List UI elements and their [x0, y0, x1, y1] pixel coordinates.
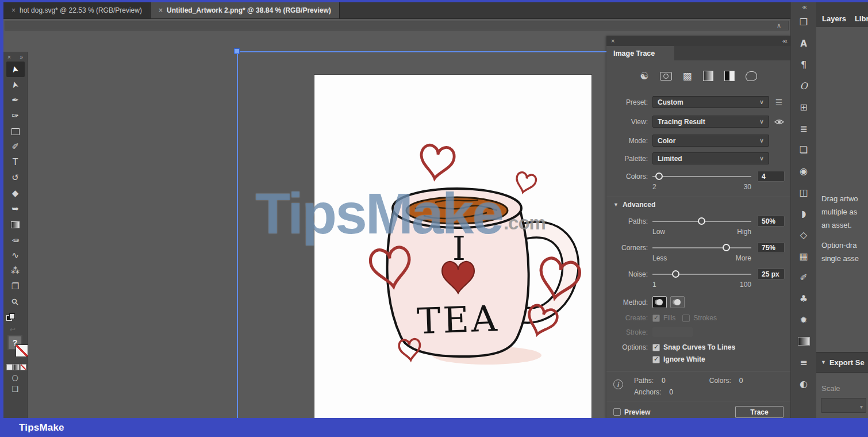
image-trace-tab[interactable]: Image Trace — [606, 46, 674, 60]
rotate-tool[interactable]: ↺ — [3, 170, 27, 186]
paragraph-panel-icon[interactable]: ¶ — [791, 54, 816, 75]
drawing-modes-icon[interactable]: ○ — [6, 373, 24, 382]
noise-slider[interactable] — [652, 269, 751, 279]
swap-fill-stroke-icon[interactable]: ↩ — [10, 325, 16, 334]
slider-knob[interactable] — [672, 270, 679, 278]
create-label: Create: — [612, 314, 648, 322]
stroke-value-stepper[interactable] — [652, 327, 693, 337]
tab-hot-dog[interactable]: × hot dog.svg* @ 22.53 % (RGB/Preview) — [3, 2, 151, 18]
selection-tool[interactable]: ➤ — [6, 62, 25, 77]
corners-slider[interactable] — [652, 243, 751, 253]
paintbrush-tool[interactable]: ✐ — [3, 139, 27, 155]
selection-anchor-point[interactable] — [234, 48, 240, 54]
curvature-tool[interactable]: ✑ — [3, 108, 27, 124]
black-white-icon[interactable] — [724, 71, 735, 81]
close-icon[interactable]: × — [7, 54, 11, 60]
colors-slider[interactable] — [652, 171, 751, 182]
zoom-tool[interactable]: ⚲ — [3, 294, 27, 310]
default-fill-stroke-icon[interactable] — [6, 313, 16, 321]
direct-selection-tool[interactable]: ➤ — [3, 77, 27, 93]
paths-label: Paths: — [612, 217, 648, 225]
transparency-panel-icon[interactable]: ◐ — [791, 373, 816, 394]
color-guide-panel-icon[interactable]: ◫ — [791, 182, 816, 203]
collapse-panels-icon[interactable]: «« — [791, 2, 816, 12]
artboard[interactable]: I TEA — [314, 75, 592, 418]
outline-icon[interactable] — [746, 71, 757, 81]
3d-panel-icon[interactable]: ◇ — [791, 224, 816, 246]
brand-text: TipsMake — [19, 422, 64, 434]
corners-value[interactable]: 75% — [757, 242, 785, 253]
strokes-checkbox[interactable] — [682, 315, 690, 322]
palette-dropdown[interactable]: Limited ∨ — [652, 152, 769, 164]
tab-libraries[interactable]: Libra — [855, 14, 868, 23]
stroke-none-swatch[interactable] — [16, 344, 28, 357]
stroke-panel-icon[interactable]: ≡ — [791, 352, 816, 373]
method-abutting-button[interactable] — [652, 296, 667, 308]
chevron-up-icon[interactable]: ∧ — [777, 22, 781, 29]
export-settings-header[interactable]: ▼ Export Se — [816, 352, 868, 373]
preset-dropdown[interactable]: Custom ∨ — [652, 96, 769, 108]
noise-value[interactable]: 25 px — [757, 269, 785, 279]
eraser-tool[interactable]: ◆ — [3, 186, 27, 201]
brushes-panel-icon[interactable]: ✐ — [791, 267, 816, 288]
color-button[interactable] — [6, 364, 13, 370]
appearance-panel-icon[interactable]: ✹ — [791, 309, 816, 331]
colors-value[interactable]: 4 — [757, 171, 785, 182]
character-panel-icon[interactable]: A — [791, 33, 816, 54]
mode-dropdown[interactable]: Color ∨ — [652, 135, 769, 147]
grayscale-icon[interactable] — [703, 71, 713, 81]
close-icon[interactable]: × — [611, 37, 614, 44]
pen-tool[interactable]: ✒ — [3, 93, 27, 108]
artboards-panel-icon[interactable]: ❐ — [791, 12, 816, 33]
scale-dropdown[interactable]: ▾ — [821, 398, 866, 413]
noise-label: Noise: — [612, 270, 648, 278]
gradient-swatch-icon[interactable] — [791, 331, 816, 352]
method-overlapping-button[interactable] — [670, 296, 685, 308]
artboard-tool[interactable]: ❐ — [3, 279, 27, 294]
close-icon[interactable]: × — [159, 6, 163, 14]
opentype-panel-icon[interactable]: O — [791, 75, 816, 97]
eye-icon[interactable] — [773, 118, 785, 125]
screen-mode-icon[interactable]: ❑ — [6, 385, 24, 393]
view-label: View: — [612, 118, 648, 126]
slider-knob[interactable] — [698, 217, 705, 225]
shaper-tool[interactable]: ➥ — [3, 201, 27, 217]
tea-surface — [406, 197, 508, 224]
paths-value[interactable]: 50% — [757, 216, 785, 227]
symbol-sprayer-tool[interactable]: ⁂ — [3, 263, 27, 279]
type-tool[interactable]: T — [3, 155, 27, 170]
gradient-panel-icon[interactable]: ◗ — [791, 203, 816, 224]
slider-knob[interactable] — [723, 244, 730, 251]
color-panel-icon[interactable]: ◉ — [791, 160, 816, 182]
fills-checkbox[interactable] — [652, 315, 660, 322]
paths-slider[interactable] — [652, 216, 751, 227]
auto-color-icon[interactable]: ☯ — [640, 70, 648, 82]
trace-button[interactable]: Trace — [735, 406, 783, 418]
swatches-panel-icon[interactable]: ▦ — [791, 246, 816, 267]
advanced-section-header[interactable]: ▼ Advanced — [606, 201, 790, 209]
preview-checkbox[interactable] — [613, 408, 621, 416]
snap-curves-checkbox[interactable] — [652, 344, 660, 351]
gradient-button[interactable] — [13, 364, 20, 370]
collapse-panel-icon[interactable]: «« — [782, 37, 786, 44]
pathfinder-panel-icon[interactable]: ❏ — [791, 139, 816, 160]
view-dropdown[interactable]: Tracing Result ∨ — [652, 116, 769, 128]
preset-menu-icon[interactable]: ☰ — [773, 98, 785, 107]
eyedropper-tool[interactable]: ✎ — [3, 232, 27, 248]
blend-tool[interactable]: ∿ — [3, 248, 27, 263]
low-color-icon[interactable]: ▩ — [683, 70, 692, 82]
symbols-panel-icon[interactable]: ♣ — [791, 288, 816, 309]
transform-panel-icon[interactable]: ⊞ — [791, 97, 816, 118]
close-icon[interactable]: × — [11, 6, 16, 14]
high-color-icon[interactable] — [660, 72, 672, 80]
image-trace-panel: × «« Image Trace ☯ ▩ Preset: Custom ∨ ☰ … — [606, 36, 790, 418]
gradient-tool[interactable] — [3, 217, 27, 232]
tab-layers[interactable]: Layers — [822, 14, 846, 23]
ignore-white-checkbox[interactable] — [652, 356, 660, 363]
expand-panel-icon[interactable]: » — [20, 54, 23, 60]
slider-knob[interactable] — [655, 172, 663, 180]
none-button[interactable] — [20, 364, 26, 370]
tab-untitled-artwork[interactable]: × Untitled_Artwork 2.png* @ 38.84 % (RGB… — [151, 2, 340, 18]
align-panel-icon[interactable]: ≣ — [791, 118, 816, 139]
rectangle-tool[interactable] — [3, 124, 27, 139]
